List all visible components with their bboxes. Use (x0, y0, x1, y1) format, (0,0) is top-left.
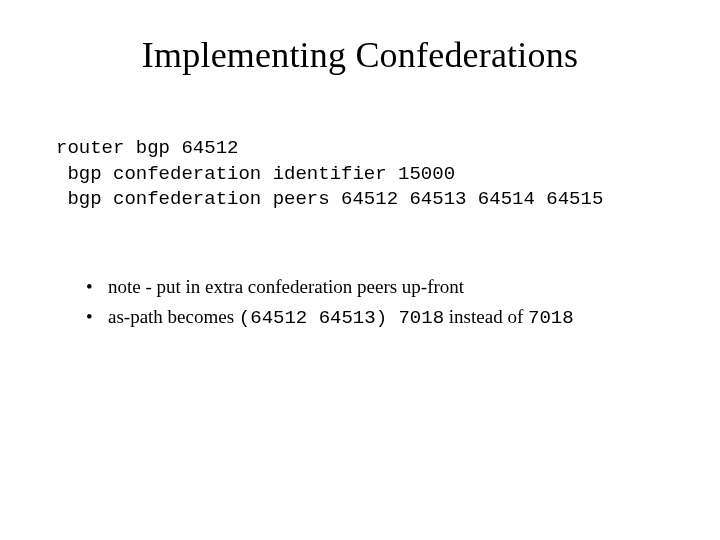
code-line-1: router bgp 64512 (56, 137, 238, 159)
note-item-2: as-path becomes (64512 64513) 7018 inste… (86, 303, 670, 333)
note-2-mid: instead of (444, 306, 528, 327)
note-2-code-2: 7018 (528, 307, 574, 329)
note-1-text: note - put in extra confederation peers … (108, 276, 464, 297)
code-line-2: bgp confederation identifier 15000 (56, 163, 455, 185)
notes-list: note - put in extra confederation peers … (50, 273, 670, 333)
code-line-3: bgp confederation peers 64512 64513 6451… (56, 188, 603, 210)
note-item-1: note - put in extra confederation peers … (86, 273, 670, 302)
code-block: router bgp 64512 bgp confederation ident… (56, 136, 670, 213)
slide-title: Implementing Confederations (50, 34, 670, 76)
note-2-code-1: (64512 64513) 7018 (239, 307, 444, 329)
note-2-prefix: as-path becomes (108, 306, 239, 327)
slide: Implementing Confederations router bgp 6… (0, 0, 720, 540)
